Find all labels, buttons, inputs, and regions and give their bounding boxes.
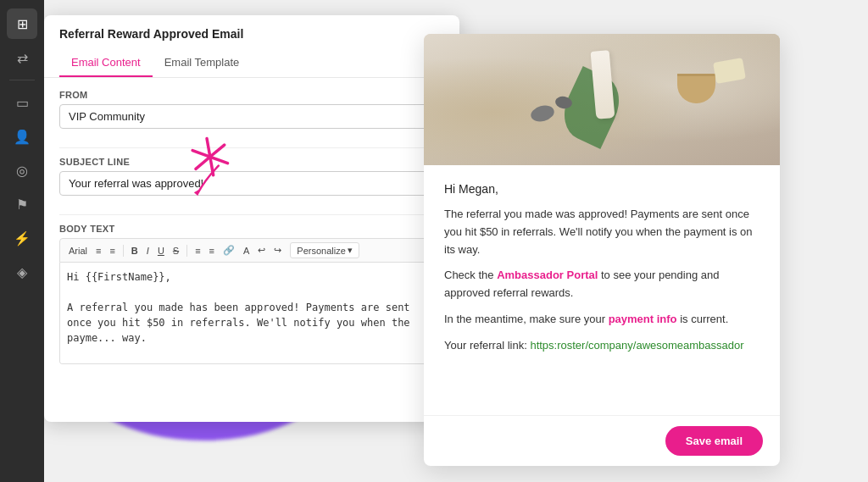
subject-input[interactable] xyxy=(59,171,444,196)
preview-footer: Save email xyxy=(424,415,780,466)
preview-body-2: Check the Ambassador Portal to see your … xyxy=(444,267,760,302)
cup-icon: ◎ xyxy=(16,163,28,179)
toolbar-redo[interactable]: ↪ xyxy=(270,243,285,258)
body-field-section: Body Text Arial ≡ ≡ B I U S ≡ ≡ 🔗 A ↩ ↪ … xyxy=(59,224,444,368)
asterisk-annotation xyxy=(172,126,252,209)
payment-info-link[interactable]: payment info xyxy=(609,313,677,325)
preview-body-3: In the meantime, make sure your payment … xyxy=(444,311,760,329)
preview-body-4: Your referral link: https:roster/company… xyxy=(444,337,760,355)
chevron-down-icon: ▾ xyxy=(348,245,353,256)
personalize-button[interactable]: Personalize ▾ xyxy=(290,242,359,258)
toolbar-sep-1 xyxy=(123,245,124,257)
sidebar-icon-flag[interactable]: ⚑ xyxy=(7,189,37,219)
sidebar-icon-grid[interactable]: ⊞ xyxy=(7,8,37,39)
font-selector[interactable]: Arial xyxy=(65,244,91,258)
toolbar-size-down[interactable]: ≡ xyxy=(92,244,104,258)
editor-header: Referral Reward Approved Email Email Con… xyxy=(44,15,459,78)
toolbar-strikethrough[interactable]: S xyxy=(170,244,182,258)
subject-label: Subject Line xyxy=(59,157,444,167)
share-icon: ⇄ xyxy=(17,50,28,66)
from-input[interactable] xyxy=(59,104,444,129)
preview-content: Hi Megan, The referral you made was appr… xyxy=(424,165,780,415)
flag-icon: ⚑ xyxy=(16,197,28,213)
asterisk-svg xyxy=(172,126,251,205)
preview-body-1: The referral you made was approved! Paym… xyxy=(444,206,760,258)
sidebar: ⊞ ⇄ ▭ 👤 ◎ ⚑ ⚡ ◈ xyxy=(0,0,44,482)
save-email-button[interactable]: Save email xyxy=(665,426,763,456)
toolbar-list-ul[interactable]: ≡ xyxy=(192,244,203,258)
from-label: From xyxy=(59,90,444,100)
divider-2 xyxy=(59,214,444,215)
sidebar-icon-gift[interactable]: ◈ xyxy=(7,257,37,287)
sidebar-divider-1 xyxy=(9,80,35,80)
toolbar-underline[interactable]: U xyxy=(154,244,168,258)
user-icon: 👤 xyxy=(14,129,31,145)
preview-body3-suffix: is current. xyxy=(677,313,729,325)
body-label: Body Text xyxy=(59,224,444,234)
subject-field-section: Subject Line xyxy=(59,157,444,206)
toolbar-sep-2 xyxy=(186,245,187,257)
email-preview-panel: Hi Megan, The referral you made was appr… xyxy=(424,34,780,466)
referral-url-link[interactable]: https:roster/company/awesomeambassador xyxy=(530,339,743,352)
preview-body3-prefix: In the meantime, make sure your xyxy=(444,313,609,325)
sidebar-icon-cup[interactable]: ◎ xyxy=(7,155,37,186)
sidebar-icon-share[interactable]: ⇄ xyxy=(7,42,37,73)
tab-email-content[interactable]: Email Content xyxy=(59,49,153,77)
editor-body: From Subject Line Body Text Arial ≡ ≡ B … xyxy=(44,78,459,388)
bolt-icon: ⚡ xyxy=(14,230,31,247)
editor-title: Referral Reward Approved Email xyxy=(59,27,444,41)
personalize-label: Personalize xyxy=(297,246,345,256)
preview-body4-prefix: Your referral link: xyxy=(444,339,530,352)
toolbar-bold[interactable]: B xyxy=(128,244,142,258)
grid-icon: ⊞ xyxy=(17,16,28,32)
body-textarea[interactable]: Hi {{FirstName}}, A referral you made ha… xyxy=(59,263,444,364)
from-field-section: From xyxy=(59,90,444,139)
gift-icon: ◈ xyxy=(17,264,27,280)
toolbar-undo[interactable]: ↩ xyxy=(254,243,269,258)
sidebar-icon-user[interactable]: 👤 xyxy=(7,121,37,152)
sidebar-icon-bolt[interactable]: ⚡ xyxy=(7,223,37,253)
editor-tabs: Email Content Email Template xyxy=(59,49,444,77)
preview-greeting: Hi Megan, xyxy=(444,182,760,196)
toolbar-link[interactable]: 🔗 xyxy=(220,243,238,258)
divider-1 xyxy=(59,147,444,148)
ambassador-portal-link[interactable]: Ambassador Portal xyxy=(497,269,598,281)
toolbar-size-up[interactable]: ≡ xyxy=(106,244,118,258)
monitor-icon: ▭ xyxy=(16,95,29,111)
preview-body2-prefix: Check the xyxy=(444,269,497,281)
toolbar-text-color[interactable]: A xyxy=(240,244,253,258)
tab-email-template[interactable]: Email Template xyxy=(153,49,252,77)
toolbar-list-ol[interactable]: ≡ xyxy=(206,244,218,258)
sidebar-icon-monitor[interactable]: ▭ xyxy=(7,87,37,118)
preview-hero-image xyxy=(424,34,780,165)
body-toolbar: Arial ≡ ≡ B I U S ≡ ≡ 🔗 A ↩ ↪ Personaliz… xyxy=(59,238,444,263)
email-editor-panel: Referral Reward Approved Email Email Con… xyxy=(44,15,459,422)
toolbar-italic[interactable]: I xyxy=(143,244,153,258)
